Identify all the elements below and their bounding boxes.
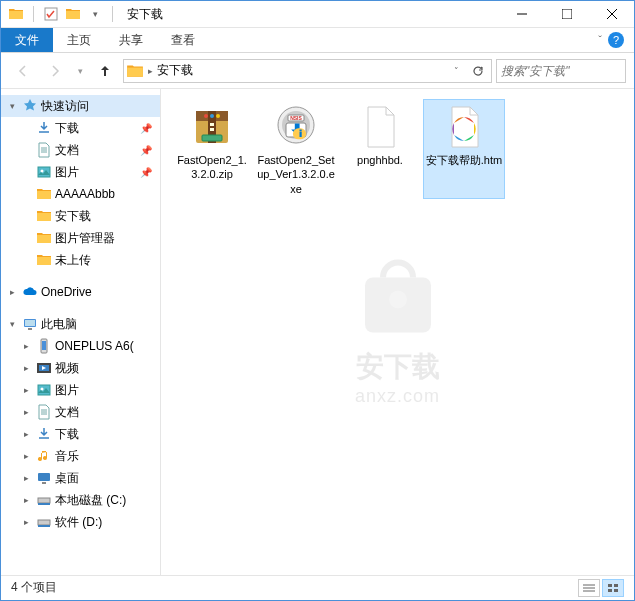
minimize-button[interactable] bbox=[499, 1, 544, 28]
file-label: FastOpen2_1.3.2.0.zip bbox=[173, 153, 251, 182]
svg-rect-18 bbox=[38, 473, 50, 481]
file-item[interactable]: 安下载帮助.htm bbox=[423, 99, 505, 199]
tree-pictures[interactable]: 图片 📌 bbox=[1, 161, 160, 183]
tree-desktop[interactable]: ▸ 桌面 bbox=[1, 467, 160, 489]
tree-downloads2[interactable]: ▸ 下载 bbox=[1, 423, 160, 445]
close-button[interactable] bbox=[589, 1, 634, 28]
refresh-button[interactable] bbox=[467, 60, 489, 82]
qat-dropdown-icon[interactable]: ▾ bbox=[86, 5, 104, 23]
pin-icon: 📌 bbox=[140, 167, 152, 178]
watermark-url: anxz.com bbox=[353, 386, 443, 407]
ribbon-expand-icon[interactable]: ˇ bbox=[598, 34, 602, 46]
tree-documents2[interactable]: ▸ 文档 bbox=[1, 401, 160, 423]
watermark: 安下载 anxz.com bbox=[353, 258, 443, 407]
nav-up-button[interactable] bbox=[91, 57, 119, 85]
pin-icon: 📌 bbox=[140, 123, 152, 134]
tree-videos[interactable]: ▸ 视频 bbox=[1, 357, 160, 379]
computer-icon bbox=[21, 315, 39, 333]
navigation-pane[interactable]: ▾ 快速访问 下载 📌 文档 📌 图片 📌 AAAAAbbb bbox=[1, 89, 161, 575]
document-icon bbox=[35, 141, 53, 159]
statusbar: 4 个项目 bbox=[1, 575, 634, 599]
search-box[interactable] bbox=[496, 59, 626, 83]
chevron-right-icon[interactable]: ▸ bbox=[5, 287, 19, 297]
file-item[interactable]: pnghhbd. bbox=[339, 99, 421, 199]
tree-label: 图片 bbox=[55, 164, 79, 181]
file-item[interactable]: FastOpen2_1.3.2.0.zip bbox=[171, 99, 253, 199]
maximize-button[interactable] bbox=[544, 1, 589, 28]
tab-view[interactable]: 查看 bbox=[157, 28, 209, 52]
svg-point-32 bbox=[210, 114, 214, 118]
svg-rect-10 bbox=[25, 320, 35, 326]
chevron-right-icon[interactable]: ▸ bbox=[19, 385, 33, 395]
folder-icon bbox=[35, 207, 53, 225]
tab-file[interactable]: 文件 bbox=[1, 28, 53, 52]
tree-folder-b[interactable]: 安下载 bbox=[1, 205, 160, 227]
nav-forward-button[interactable] bbox=[41, 57, 69, 85]
tree-disk-d[interactable]: ▸ 软件 (D:) bbox=[1, 511, 160, 533]
chevron-right-icon[interactable]: ▸ bbox=[19, 517, 33, 527]
chevron-right-icon[interactable]: ▸ bbox=[19, 363, 33, 373]
tree-folder-a[interactable]: AAAAAbbb bbox=[1, 183, 160, 205]
pictures-icon bbox=[35, 163, 53, 181]
svg-rect-45 bbox=[608, 584, 612, 587]
folder-qat-icon[interactable] bbox=[64, 5, 82, 23]
search-input[interactable] bbox=[501, 64, 635, 78]
tree-label: 音乐 bbox=[55, 448, 79, 465]
tab-home[interactable]: 主页 bbox=[53, 28, 105, 52]
tree-label: OneDrive bbox=[41, 285, 92, 299]
tree-label: ONEPLUS A6( bbox=[55, 339, 134, 353]
tree-onedrive[interactable]: ▸ OneDrive bbox=[1, 281, 160, 303]
tree-disk-c[interactable]: ▸ 本地磁盘 (C:) bbox=[1, 489, 160, 511]
tree-music[interactable]: ▸ 音乐 bbox=[1, 445, 160, 467]
tree-this-pc[interactable]: ▾ 此电脑 bbox=[1, 313, 160, 335]
chevron-down-icon[interactable]: ▾ bbox=[5, 101, 19, 111]
file-item[interactable]: NSISFastOpen2_Setup_Ver1.3.2.0.exe bbox=[255, 99, 337, 199]
file-icon bbox=[440, 103, 488, 151]
tree-pictures2[interactable]: ▸ 图片 bbox=[1, 379, 160, 401]
svg-rect-11 bbox=[28, 328, 32, 330]
tab-share[interactable]: 共享 bbox=[105, 28, 157, 52]
address-bar[interactable]: ▸ 安下载 ˅ bbox=[123, 59, 492, 83]
tree-label: 安下载 bbox=[55, 208, 91, 225]
chevron-right-icon[interactable]: ▸ bbox=[19, 451, 33, 461]
icons-view-button[interactable] bbox=[602, 579, 624, 597]
tree-quick-access[interactable]: ▾ 快速访问 bbox=[1, 95, 160, 117]
help-icon[interactable]: ? bbox=[608, 32, 624, 48]
titlebar: ▾ 安下载 bbox=[1, 1, 634, 28]
cloud-icon bbox=[21, 283, 39, 301]
tree-oneplus[interactable]: ▸ ONEPLUS A6( bbox=[1, 335, 160, 357]
file-view[interactable]: FastOpen2_1.3.2.0.zipNSISFastOpen2_Setup… bbox=[161, 89, 634, 575]
svg-rect-29 bbox=[202, 135, 222, 141]
svg-rect-19 bbox=[42, 482, 46, 484]
chevron-down-icon[interactable]: ▾ bbox=[5, 319, 19, 329]
tree-folder-d[interactable]: 未上传 bbox=[1, 249, 160, 271]
tree-folder-c[interactable]: 图片管理器 bbox=[1, 227, 160, 249]
svg-rect-40 bbox=[365, 278, 431, 333]
chevron-right-icon[interactable]: ▸ bbox=[19, 407, 33, 417]
chevron-right-icon[interactable]: ▸ bbox=[19, 429, 33, 439]
svg-rect-16 bbox=[38, 385, 50, 395]
music-icon bbox=[35, 447, 53, 465]
svg-rect-27 bbox=[210, 123, 214, 126]
breadcrumb-segment[interactable]: 安下载 bbox=[153, 62, 197, 79]
window-title: 安下载 bbox=[127, 6, 163, 23]
tree-label: 下载 bbox=[55, 426, 79, 443]
breadcrumb-label: 安下载 bbox=[157, 62, 193, 79]
chevron-right-icon[interactable]: ▸ bbox=[19, 341, 33, 351]
tree-documents[interactable]: 文档 📌 bbox=[1, 139, 160, 161]
file-icon bbox=[188, 103, 236, 151]
chevron-right-icon[interactable]: ▸ bbox=[19, 495, 33, 505]
chevron-right-icon[interactable]: ▸ bbox=[19, 473, 33, 483]
download-icon bbox=[35, 119, 53, 137]
navbar: ▾ ▸ 安下载 ˅ bbox=[1, 53, 634, 89]
tree-downloads[interactable]: 下载 📌 bbox=[1, 117, 160, 139]
pictures-icon bbox=[35, 381, 53, 399]
folder-app-icon bbox=[7, 5, 25, 23]
checkbox-icon[interactable] bbox=[42, 5, 60, 23]
details-view-button[interactable] bbox=[578, 579, 600, 597]
svg-point-33 bbox=[216, 114, 220, 118]
address-dropdown-button[interactable]: ˅ bbox=[445, 60, 467, 82]
nav-back-button[interactable] bbox=[9, 57, 37, 85]
svg-rect-28 bbox=[210, 128, 214, 131]
nav-recent-dropdown[interactable]: ▾ bbox=[73, 57, 87, 85]
